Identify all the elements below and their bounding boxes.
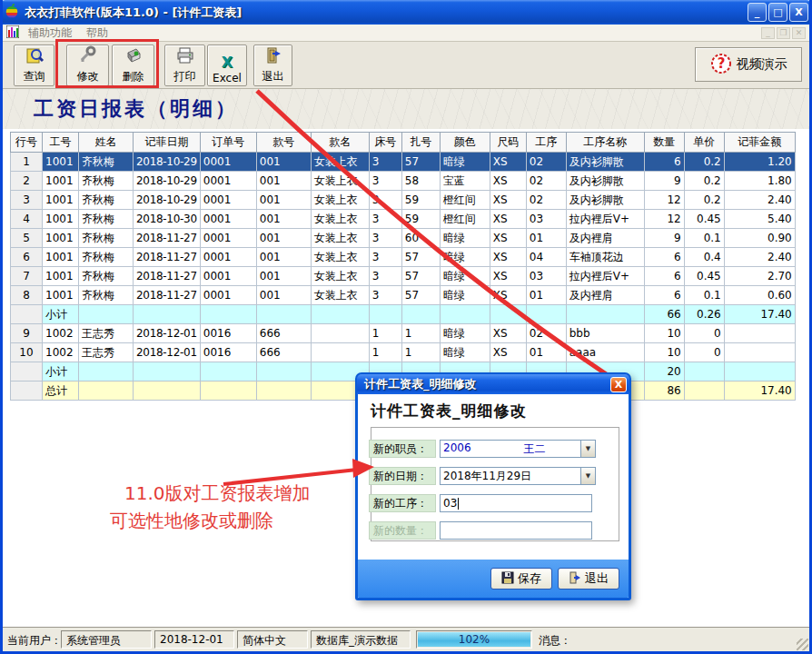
table-cell[interactable]: 01 [526, 229, 566, 248]
table-cell[interactable]: 0.1 [684, 229, 724, 248]
table-cell[interactable]: 3 [369, 229, 401, 248]
table-cell[interactable]: 04 [526, 248, 566, 267]
table-cell[interactable] [200, 362, 256, 382]
excel-button[interactable]: X Excel [207, 45, 247, 86]
table-cell[interactable]: 60 [401, 229, 440, 248]
table-cell[interactable]: 齐秋梅 [79, 229, 134, 248]
table-cell[interactable]: 6 [644, 267, 684, 286]
table-cell[interactable] [526, 305, 566, 324]
table-cell[interactable]: 暗绿 [440, 286, 490, 305]
column-header[interactable]: 款名 [311, 133, 369, 153]
table-cell[interactable]: 02 [526, 153, 566, 172]
table-cell[interactable]: 3 [369, 210, 401, 229]
table-cell[interactable]: 17.40 [724, 382, 795, 401]
column-header[interactable]: 工号 [43, 133, 79, 153]
table-cell[interactable]: 2018-11-27 [134, 229, 201, 248]
table-cell[interactable]: 02 [526, 191, 566, 210]
table-cell[interactable] [134, 362, 201, 382]
table-cell[interactable]: 0016 [200, 324, 256, 343]
table-cell[interactable] [369, 305, 401, 324]
table-cell[interactable] [11, 382, 43, 401]
table-cell[interactable]: 女装上衣 [311, 286, 369, 305]
close-button[interactable]: X [789, 3, 808, 22]
table-cell[interactable]: 03 [526, 267, 566, 286]
table-cell[interactable]: 57 [401, 286, 440, 305]
chevron-down-icon[interactable]: ▼ [580, 441, 595, 457]
table-cell[interactable]: 王志秀 [79, 343, 134, 362]
table-cell[interactable]: 001 [256, 153, 311, 172]
column-header[interactable]: 款号 [256, 133, 311, 153]
table-cell[interactable]: 0001 [200, 229, 256, 248]
table-cell[interactable]: 57 [401, 248, 440, 267]
table-cell[interactable]: 齐秋梅 [79, 286, 134, 305]
table-cell[interactable]: 2018-11-27 [134, 267, 201, 286]
table-cell[interactable]: 0016 [200, 343, 256, 362]
table-cell[interactable]: 1 [369, 343, 401, 362]
date-combo[interactable]: 2018年11月29日 ▼ [440, 467, 596, 485]
table-cell[interactable] [311, 305, 369, 324]
table-cell[interactable]: 0.45 [684, 267, 724, 286]
table-cell[interactable]: 1001 [43, 191, 79, 210]
table-cell[interactable]: 001 [256, 172, 311, 191]
maximize-button[interactable]: □ [768, 3, 787, 22]
table-cell[interactable]: 及内衫脚散 [566, 172, 644, 191]
table-cell[interactable] [724, 343, 795, 362]
column-header[interactable]: 行号 [11, 133, 43, 153]
table-cell[interactable]: 3 [369, 191, 401, 210]
table-cell[interactable] [566, 305, 644, 324]
table-cell[interactable]: 9 [11, 324, 43, 343]
table-cell[interactable] [200, 305, 256, 324]
table-cell[interactable]: 8 [11, 286, 43, 305]
table-cell[interactable]: 2.40 [724, 191, 795, 210]
table-cell[interactable]: 2018-10-29 [134, 153, 201, 172]
table-cell[interactable]: 20 [644, 362, 684, 382]
table-cell[interactable]: 3 [369, 172, 401, 191]
mdi-restore-icon[interactable]: ❐ [777, 27, 790, 39]
menu-item-assist[interactable]: 辅助功能 [21, 25, 79, 41]
table-cell[interactable]: 2018-10-29 [134, 191, 201, 210]
table-cell[interactable]: 1001 [43, 286, 79, 305]
video-demo-button[interactable]: ? 视频演示 [695, 47, 802, 82]
table-cell[interactable]: XS [490, 343, 526, 362]
column-header[interactable]: 记菲日期 [134, 133, 201, 153]
table-cell[interactable]: 001 [256, 248, 311, 267]
table-cell[interactable]: 2 [11, 172, 43, 191]
table-cell[interactable] [200, 382, 256, 401]
resize-grip[interactable] [797, 639, 808, 650]
table-cell[interactable]: 1.20 [724, 153, 795, 172]
table-cell[interactable]: 暗绿 [440, 343, 490, 362]
table-cell[interactable]: 001 [256, 229, 311, 248]
table-cell[interactable]: 0.45 [684, 210, 724, 229]
table-cell[interactable]: 暗绿 [440, 229, 490, 248]
table-cell[interactable]: 1.80 [724, 172, 795, 191]
table-cell[interactable]: 2018-12-01 [134, 324, 201, 343]
table-cell[interactable] [311, 324, 369, 343]
table-cell[interactable]: 3 [369, 267, 401, 286]
table-cell[interactable]: 2.40 [724, 248, 795, 267]
table-cell[interactable]: 0.2 [684, 153, 724, 172]
table-cell[interactable]: 0 [684, 343, 724, 362]
table-cell[interactable] [684, 382, 724, 401]
table-cell[interactable]: 10 [644, 343, 684, 362]
table-cell[interactable]: 齐秋梅 [79, 191, 134, 210]
table-cell[interactable]: 01 [526, 286, 566, 305]
table-cell[interactable]: 7 [11, 267, 43, 286]
column-header[interactable]: 记菲金额 [724, 133, 795, 153]
table-cell[interactable] [256, 362, 311, 382]
table-cell[interactable]: XS [490, 324, 526, 343]
table-cell[interactable]: 86 [644, 382, 684, 401]
column-header[interactable]: 工序 [526, 133, 566, 153]
column-header[interactable]: 姓名 [79, 133, 134, 153]
exit-button[interactable]: 退出 [253, 45, 292, 86]
table-cell[interactable]: 女装上衣 [311, 229, 369, 248]
table-cell[interactable]: 及内衫脚散 [566, 191, 644, 210]
table-cell[interactable]: 666 [256, 324, 311, 343]
table-cell[interactable]: 1001 [43, 210, 79, 229]
table-cell[interactable]: 总计 [43, 382, 79, 401]
table-cell[interactable] [79, 382, 134, 401]
table-cell[interactable]: 0.2 [684, 191, 724, 210]
process-input[interactable]: 03 [440, 494, 592, 512]
table-cell[interactable]: 001 [256, 210, 311, 229]
table-cell[interactable]: 橙红间 [440, 191, 490, 210]
table-cell[interactable] [490, 305, 526, 324]
